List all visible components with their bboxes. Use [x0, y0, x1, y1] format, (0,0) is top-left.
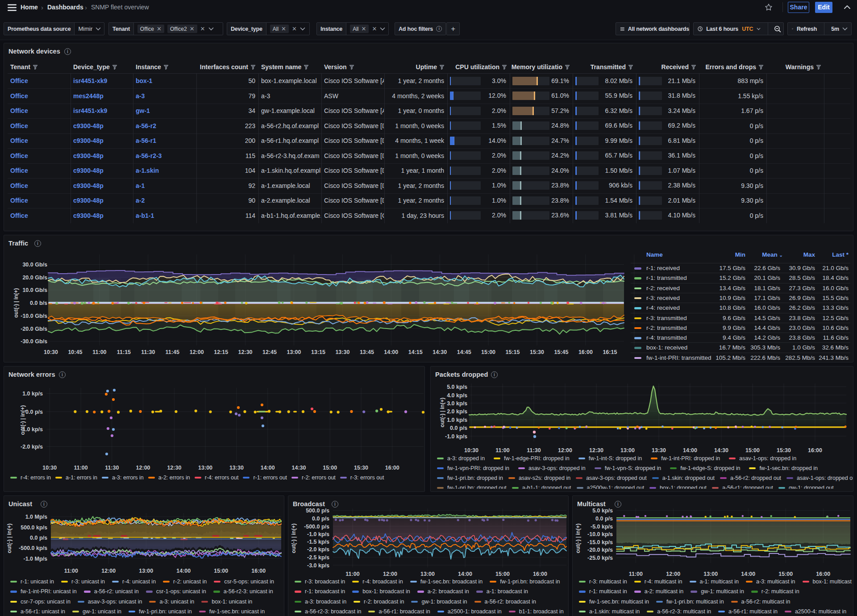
- svg-text:14:30: 14:30: [714, 447, 728, 454]
- svg-text:500.0 kp/s: 500.0 kp/s: [21, 524, 47, 531]
- svg-text:0.0 p/s: 0.0 p/s: [25, 409, 43, 415]
- svg-text:11:00: 11:00: [345, 571, 359, 577]
- svg-text:30.0 Gb/s: 30.0 Gb/s: [22, 262, 47, 268]
- svg-text:out(-) | in(+): out(-) | in(+): [291, 524, 297, 553]
- svg-text:16:00: 16:00: [808, 447, 822, 454]
- svg-text:11:00: 11:00: [495, 447, 509, 454]
- svg-text:11:15: 11:15: [117, 349, 131, 355]
- svg-text:0.0 p/s: 0.0 p/s: [30, 535, 47, 541]
- svg-text:1.0 Mp/s: 1.0 Mp/s: [25, 514, 47, 520]
- svg-text:0.0 p/s: 0.0 p/s: [450, 425, 467, 431]
- svg-text:12:30: 12:30: [167, 465, 181, 471]
- svg-text:12:45: 12:45: [262, 349, 277, 355]
- svg-text:12:00: 12:00: [190, 349, 204, 355]
- svg-text:-500.0 p/s: -500.0 p/s: [304, 524, 329, 530]
- svg-text:11:30: 11:30: [105, 465, 119, 471]
- svg-text:20.0 Gb/s: 20.0 Gb/s: [22, 275, 47, 281]
- svg-text:15:00: 15:00: [745, 447, 760, 454]
- svg-text:13:45: 13:45: [360, 349, 374, 355]
- svg-text:14:00: 14:00: [176, 568, 191, 574]
- svg-text:12:00: 12:00: [383, 571, 397, 577]
- svg-text:out(-) | in(+): out(-) | in(+): [6, 524, 12, 553]
- svg-text:11:30: 11:30: [527, 447, 541, 454]
- svg-text:12:30: 12:30: [589, 447, 603, 454]
- svg-text:15:00: 15:00: [495, 571, 510, 577]
- svg-text:16:15: 16:15: [603, 349, 617, 355]
- svg-text:14:30: 14:30: [433, 349, 447, 355]
- svg-text:11:00: 11:00: [629, 571, 643, 577]
- svg-text:1.0 kp/s: 1.0 kp/s: [447, 417, 467, 423]
- svg-text:2.0 kp/s: 2.0 kp/s: [447, 408, 467, 415]
- svg-text:500.0 p/s: 500.0 p/s: [306, 508, 329, 514]
- svg-text:15:30: 15:30: [530, 349, 544, 355]
- svg-text:15:00: 15:00: [778, 571, 793, 577]
- svg-text:13:00: 13:00: [620, 447, 635, 454]
- svg-text:16:00: 16:00: [578, 349, 593, 355]
- svg-text:0.0 p/s: 0.0 p/s: [595, 516, 613, 522]
- svg-text:-2.0 kp/s: -2.0 kp/s: [307, 546, 329, 553]
- svg-text:13:30: 13:30: [229, 465, 244, 471]
- svg-text:out(-) | in(+): out(-) | in(+): [13, 288, 19, 317]
- svg-text:16:00: 16:00: [816, 571, 830, 577]
- svg-text:-15.0 kp/s: -15.0 kp/s: [587, 539, 613, 545]
- svg-text:-25.0 kp/s: -25.0 kp/s: [587, 555, 613, 561]
- svg-text:15:45: 15:45: [554, 349, 569, 355]
- svg-text:14:00: 14:00: [458, 571, 472, 577]
- svg-text:4.0 kp/s: 4.0 kp/s: [447, 392, 467, 399]
- svg-text:10:30: 10:30: [42, 465, 57, 471]
- svg-text:16:00: 16:00: [533, 571, 547, 577]
- svg-text:11:45: 11:45: [166, 349, 179, 355]
- svg-text:-1.0 Mp/s: -1.0 Mp/s: [24, 556, 48, 562]
- svg-text:10:30: 10:30: [464, 447, 478, 454]
- svg-text:13:00: 13:00: [139, 568, 153, 574]
- svg-text:-2.5 kp/s: -2.5 kp/s: [307, 554, 329, 561]
- svg-text:11:00: 11:00: [64, 568, 78, 574]
- svg-text:out(-) | in(+): out(-) | in(+): [575, 524, 581, 553]
- svg-text:14:00: 14:00: [384, 349, 398, 355]
- svg-text:13:15: 13:15: [311, 349, 325, 355]
- svg-text:15:30: 15:30: [354, 465, 368, 471]
- svg-text:-3.0 kp/s: -3.0 kp/s: [307, 562, 329, 569]
- svg-text:5.0 kp/s: 5.0 kp/s: [592, 508, 613, 514]
- svg-text:12:00: 12:00: [558, 447, 572, 454]
- svg-text:13:00: 13:00: [198, 465, 212, 471]
- svg-text:5.0 kp/s: 5.0 kp/s: [447, 384, 467, 390]
- svg-text:-500.0 kp/s: -500.0 kp/s: [19, 545, 47, 551]
- svg-text:12:00: 12:00: [666, 571, 680, 577]
- svg-text:12:30: 12:30: [238, 349, 253, 355]
- svg-text:12:00: 12:00: [101, 568, 116, 574]
- svg-text:-1.0 kp/s: -1.0 kp/s: [307, 531, 329, 537]
- svg-text:16:00: 16:00: [385, 465, 399, 471]
- svg-text:out(-) | in(+): out(-) | in(+): [439, 398, 445, 427]
- svg-text:13:00: 13:00: [420, 571, 435, 577]
- svg-text:-30.0 Gb/s: -30.0 Gb/s: [21, 338, 47, 345]
- svg-text:10.0 Gb/s: 10.0 Gb/s: [22, 287, 47, 293]
- svg-text:13:30: 13:30: [335, 349, 349, 355]
- svg-text:13:30: 13:30: [652, 447, 666, 454]
- svg-text:13:00: 13:00: [703, 571, 718, 577]
- svg-text:14:00: 14:00: [683, 447, 697, 454]
- svg-text:15:00: 15:00: [481, 349, 495, 355]
- svg-text:out(-) | in(+): out(-) | in(+): [20, 405, 26, 435]
- svg-text:13:00: 13:00: [287, 349, 301, 355]
- svg-text:-2.0 kp/s: -2.0 kp/s: [21, 444, 43, 450]
- svg-text:11:00: 11:00: [74, 465, 87, 471]
- svg-text:-5.0 kp/s: -5.0 kp/s: [591, 524, 613, 530]
- svg-text:3.0 kp/s: 3.0 kp/s: [447, 400, 467, 407]
- svg-text:15:30: 15:30: [777, 447, 791, 454]
- svg-text:-20.0 Gb/s: -20.0 Gb/s: [21, 326, 47, 332]
- svg-text:14:45: 14:45: [457, 349, 471, 355]
- svg-text:15:00: 15:00: [323, 465, 337, 471]
- svg-text:14:00: 14:00: [261, 465, 275, 471]
- svg-text:15:15: 15:15: [506, 349, 520, 355]
- svg-text:0.0 b/s: 0.0 b/s: [30, 300, 47, 306]
- svg-text:14:30: 14:30: [292, 465, 306, 471]
- svg-text:10:30: 10:30: [44, 349, 58, 355]
- svg-text:16:00: 16:00: [251, 568, 266, 574]
- svg-text:14:00: 14:00: [741, 571, 755, 577]
- svg-text:-1.5 kp/s: -1.5 kp/s: [307, 539, 329, 545]
- svg-text:10:45: 10:45: [68, 349, 82, 355]
- svg-text:1.0 kp/s: 1.0 kp/s: [22, 391, 43, 397]
- svg-text:-10.0 kp/s: -10.0 kp/s: [587, 531, 613, 537]
- svg-text:0.0 p/s: 0.0 p/s: [312, 516, 329, 522]
